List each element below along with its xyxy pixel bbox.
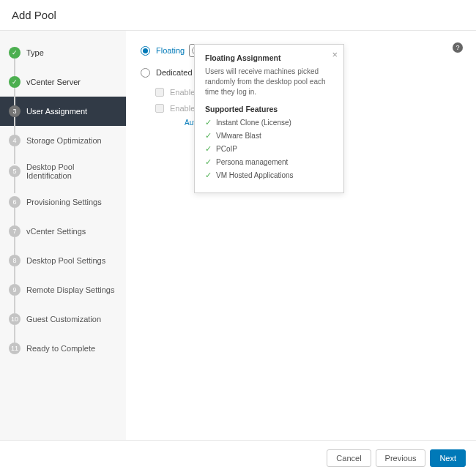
enable-multi-checkbox [155, 104, 164, 113]
step-guest-customization[interactable]: 10Guest Customization [0, 304, 126, 334]
step-number-icon: 10 [9, 313, 21, 325]
step-label: Guest Customization [26, 315, 101, 323]
wizard-header: Add Pool [0, 0, 476, 31]
step-type[interactable]: ✓Type [0, 38, 126, 67]
info-popover: × Floating Assignment Users will receive… [194, 44, 344, 193]
feature-item: ✓PCoIP [205, 144, 333, 154]
check-icon: ✓ [9, 47, 21, 59]
cancel-button[interactable]: Cancel [327, 449, 371, 467]
feature-label: Persona management [216, 158, 288, 166]
popover-title: Floating Assignment [205, 53, 333, 62]
step-number-icon: 6 [9, 196, 21, 208]
step-number-icon: 5 [9, 165, 21, 177]
close-icon[interactable]: × [332, 49, 338, 60]
popover-subtitle: Supported Features [205, 105, 333, 113]
page-title: Add Pool [12, 9, 464, 21]
radio-floating[interactable] [141, 46, 150, 56]
check-icon: ✓ [205, 118, 212, 127]
step-label: Ready to Complete [26, 344, 95, 353]
step-number-icon: 3 [9, 105, 21, 117]
step-label: Storage Optimization [26, 136, 102, 145]
next-button[interactable]: Next [430, 449, 466, 467]
feature-label: PCoIP [216, 145, 237, 153]
check-icon: ✓ [205, 144, 212, 154]
enable-auto-checkbox [155, 88, 164, 97]
step-provisioning-settings[interactable]: 6Provisioning Settings [0, 187, 126, 217]
step-label: Desktop Pool Settings [26, 256, 105, 265]
feature-item: ✓Instant Clone (License) [205, 118, 333, 127]
radio-dedicated[interactable] [141, 68, 150, 78]
previous-button[interactable]: Previous [376, 449, 426, 467]
step-label: Remote Display Settings [26, 285, 114, 294]
step-desktop-pool-identification[interactable]: 5Desktop Pool Identification [0, 155, 126, 187]
step-storage-optimization[interactable]: 4Storage Optimization [0, 126, 126, 155]
popover-description: Users will receive machines picked rando… [205, 67, 333, 97]
check-icon: ✓ [205, 157, 212, 167]
step-label: User Assignment [26, 107, 87, 116]
feature-label: VM Hosted Applications [216, 171, 294, 179]
radio-dedicated-label: Dedicated [156, 68, 193, 77]
check-icon: ✓ [9, 76, 21, 88]
step-label: Desktop Pool Identification [26, 162, 117, 180]
feature-label: VMware Blast [216, 132, 261, 140]
step-number-icon: 7 [9, 225, 21, 237]
step-number-icon: 8 [9, 255, 21, 266]
step-label: Provisioning Settings [26, 198, 102, 206]
check-icon: ✓ [205, 171, 212, 180]
wizard-footer: Cancel Previous Next [0, 440, 476, 475]
step-label: vCenter Settings [26, 227, 86, 236]
feature-item: ✓Persona management [205, 157, 333, 167]
wizard-sidebar: ✓Type✓vCenter Server3User Assignment4Sto… [0, 31, 126, 440]
step-desktop-pool-settings[interactable]: 8Desktop Pool Settings [0, 246, 126, 275]
feature-item: ✓VMware Blast [205, 131, 333, 141]
help-icon[interactable]: ? [453, 42, 463, 53]
step-number-icon: 4 [9, 135, 21, 146]
step-label: Type [26, 48, 44, 57]
step-vcenter-settings[interactable]: 7vCenter Settings [0, 217, 126, 246]
step-vcenter-server[interactable]: ✓vCenter Server [0, 67, 126, 97]
step-remote-display-settings[interactable]: 9Remote Display Settings [0, 275, 126, 304]
feature-label: Instant Clone (License) [216, 119, 291, 127]
step-label: vCenter Server [26, 78, 81, 86]
step-number-icon: 9 [9, 284, 21, 296]
step-ready-to-complete[interactable]: 11Ready to Complete [0, 334, 126, 363]
step-user-assignment[interactable]: 3User Assignment [0, 97, 126, 126]
check-icon: ✓ [205, 131, 212, 141]
feature-item: ✓VM Hosted Applications [205, 171, 333, 180]
step-number-icon: 11 [9, 343, 21, 354]
radio-floating-label: Floating [156, 46, 185, 55]
